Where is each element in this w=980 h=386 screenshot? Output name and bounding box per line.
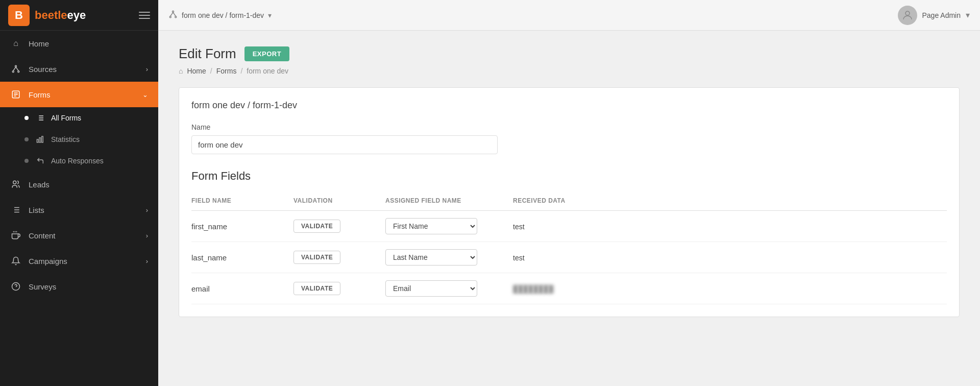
avatar [898, 6, 917, 25]
inactive-dot [24, 159, 29, 163]
received-data-value: test [513, 223, 525, 231]
inactive-dot [24, 137, 29, 141]
sidebar: B beetleeye ⌂ Home Sources › Forms ⌄ [0, 0, 158, 386]
user-name: Page Admin [922, 11, 961, 19]
topbar-dropdown-icon[interactable]: ▾ [268, 11, 272, 19]
svg-point-18 [13, 181, 16, 184]
home-icon: ⌂ [10, 38, 21, 49]
logo-text: beetleeye [35, 9, 86, 22]
active-dot [24, 116, 29, 120]
sidebar-item-label: Lists [29, 206, 44, 214]
svg-rect-15 [37, 139, 38, 142]
assigned-field-select[interactable]: First NameLast NameEmailPhoneCompany [385, 218, 477, 234]
chevron-down-icon: ⌄ [142, 91, 148, 99]
svg-rect-17 [42, 136, 43, 142]
received-data-cell: test [513, 211, 947, 242]
svg-point-31 [169, 16, 171, 18]
home-icon: ⌂ [179, 67, 183, 75]
logo-icon: B [8, 5, 30, 26]
validate-button[interactable]: VALIDATE [293, 251, 340, 264]
received-data-value: ████████ [513, 285, 553, 293]
assigned-field-select[interactable]: First NameLast NameEmailPhoneCompany [385, 280, 477, 297]
assigned-field-select[interactable]: First NameLast NameEmailPhoneCompany [385, 249, 477, 266]
content-icon [10, 230, 21, 241]
breadcrumb-forms[interactable]: Forms [216, 67, 237, 75]
sidebar-item-campaigns[interactable]: Campaigns › [0, 248, 158, 274]
surveys-icon [10, 281, 21, 292]
page-title: Edit Form [179, 46, 236, 62]
sidebar-item-auto-responses[interactable]: Auto Responses [0, 150, 158, 172]
form-card: form one dev / form-1-dev Name Form Fiel… [179, 87, 960, 317]
breadcrumb-current: form one dev [247, 67, 288, 75]
sidebar-item-label: Auto Responses [51, 157, 104, 165]
validate-button[interactable]: VALIDATE [293, 282, 340, 295]
sidebar-item-all-forms[interactable]: All Forms [0, 107, 158, 129]
sidebar-item-label: Leads [29, 180, 50, 189]
assigned-field-cell: First NameLast NameEmailPhoneCompany [385, 211, 513, 242]
chevron-right-icon: › [146, 65, 148, 73]
sidebar-item-surveys[interactable]: Surveys [0, 274, 158, 299]
sidebar-item-label: Surveys [29, 282, 56, 291]
col-header-assigned: ASSIGNED FIELD NAME [385, 193, 513, 211]
received-data-value: test [513, 254, 525, 262]
reply-icon [36, 156, 45, 165]
sidebar-item-home[interactable]: ⌂ Home [0, 31, 158, 56]
breadcrumb-home[interactable]: Home [187, 67, 206, 75]
user-dropdown-icon[interactable]: ▾ [966, 10, 970, 20]
breadcrumb: ⌂ Home / Forms / form one dev [179, 67, 960, 75]
table-row: first_nameVALIDATEFirst NameLast NameEma… [191, 211, 947, 242]
svg-line-4 [16, 67, 18, 71]
form-fields-table: FIELD NAME VALIDATION ASSIGNED FIELD NAM… [191, 193, 947, 304]
sidebar-item-sources[interactable]: Sources › [0, 56, 158, 82]
field-name-cell: first_name [191, 211, 293, 242]
table-row: last_nameVALIDATEFirst NameLast NameEmai… [191, 242, 947, 273]
campaigns-icon [10, 255, 21, 267]
sidebar-item-content[interactable]: Content › [0, 223, 158, 248]
leads-icon [10, 179, 21, 190]
sidebar-item-statistics[interactable]: Statistics [0, 129, 158, 150]
sidebar-item-leads[interactable]: Leads [0, 172, 158, 197]
topbar-right: Page Admin ▾ [898, 6, 970, 25]
sidebar-item-label: Statistics [51, 135, 80, 143]
sidebar-item-label: All Forms [51, 114, 81, 122]
page-content: Edit Form EXPORT ⌂ Home / Forms / form o… [158, 31, 980, 386]
hamburger-menu[interactable] [139, 12, 150, 19]
org-icon [168, 10, 178, 20]
lists-icon [10, 204, 21, 215]
svg-point-1 [12, 71, 14, 73]
org-name: form one dev / form-1-dev [182, 11, 264, 19]
export-button[interactable]: EXPORT [244, 46, 289, 61]
bar-chart-icon [36, 135, 45, 144]
svg-point-30 [173, 11, 174, 12]
page-header: Edit Form EXPORT [179, 46, 960, 62]
svg-line-3 [13, 67, 16, 71]
breadcrumb-sep2: / [240, 67, 242, 75]
sources-icon [10, 63, 21, 75]
validate-button[interactable]: VALIDATE [293, 220, 340, 233]
field-name-cell: email [191, 273, 293, 304]
main-content: form one dev / form-1-dev ▾ Page Admin ▾… [158, 0, 980, 386]
svg-point-2 [18, 71, 19, 73]
name-label: Name [191, 123, 947, 131]
received-data-cell: ████████ [513, 273, 947, 304]
sidebar-item-lists[interactable]: Lists › [0, 197, 158, 223]
sidebar-item-label: Home [29, 39, 49, 48]
list-icon [36, 113, 45, 123]
chevron-right-icon: › [146, 206, 148, 214]
received-data-cell: test [513, 242, 947, 273]
logo-container: B beetleeye [0, 0, 158, 31]
col-header-field: FIELD NAME [191, 193, 293, 211]
form-card-title: form one dev / form-1-dev [191, 100, 947, 111]
sidebar-item-forms[interactable]: Forms ⌄ [0, 82, 158, 107]
svg-point-0 [15, 65, 17, 67]
field-name-cell: last_name [191, 242, 293, 273]
form-name-input[interactable] [191, 135, 498, 154]
svg-point-35 [905, 11, 910, 15]
topbar-left: form one dev / form-1-dev ▾ [168, 10, 272, 20]
topbar: form one dev / form-1-dev ▾ Page Admin ▾ [158, 0, 980, 31]
sidebar-item-label: Campaigns [29, 257, 67, 266]
sidebar-item-label: Forms [29, 90, 51, 99]
chevron-right-icon: › [146, 257, 148, 265]
svg-line-33 [170, 12, 173, 16]
table-row: emailVALIDATEFirst NameLast NameEmailPho… [191, 273, 947, 304]
